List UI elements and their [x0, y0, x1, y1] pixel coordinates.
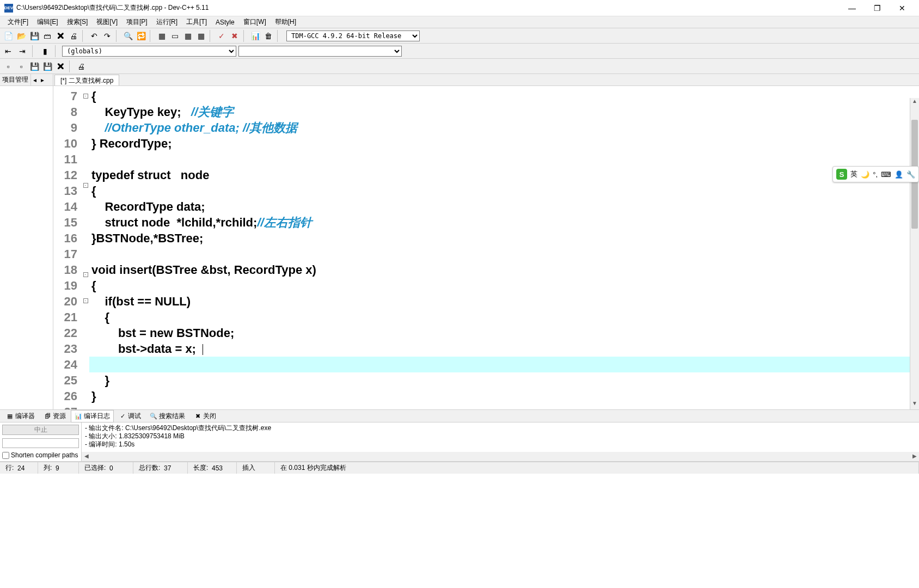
- save-all-icon[interactable]: 🗃: [41, 30, 53, 42]
- sidebar-prev-icon[interactable]: ◂: [31, 76, 39, 84]
- status-bar: 行: 24 列: 9 已选择: 0 总行数: 37 长度: 453 插入 在 0…: [0, 462, 919, 474]
- status-length: 长度: 453: [188, 462, 237, 474]
- shorten-paths-checkbox[interactable]: Shorten compiler paths: [2, 451, 79, 459]
- new-project-icon[interactable]: ▫: [15, 60, 27, 72]
- print-icon[interactable]: 🖨: [68, 30, 79, 42]
- output-filter-input[interactable]: [2, 438, 79, 448]
- window-title: C:\Users\96492\Desktop\查找代码\二叉查找树.cpp - …: [16, 3, 840, 13]
- function-select[interactable]: [238, 46, 402, 57]
- editor-area: [*] 二叉查找树.cpp 78910111213141516171819202…: [53, 74, 919, 409]
- toolbar-nav: ⇤ ⇥ ▮ (globals): [0, 44, 919, 59]
- menu-astyle[interactable]: AStyle: [211, 17, 239, 27]
- menu-view[interactable]: 视图[V]: [92, 16, 122, 28]
- maximize-button[interactable]: ❐: [865, 0, 890, 16]
- horizontal-scrollbar[interactable]: ◀ ▶: [82, 452, 919, 461]
- undo-icon[interactable]: ↶: [88, 30, 100, 42]
- replace-icon[interactable]: 🔁: [135, 30, 147, 42]
- project-sidebar: 项目管理 ◂ ▸: [0, 74, 53, 409]
- run-icon[interactable]: ▭: [169, 30, 181, 42]
- menu-bar: 文件[F] 编辑[E] 搜索[S] 视图[V] 项目[P] 运行[R] 工具[T…: [0, 16, 919, 28]
- find-icon[interactable]: 🔍: [122, 30, 134, 42]
- status-col: 列: 9: [38, 462, 79, 474]
- globals-select[interactable]: (globals): [62, 46, 236, 57]
- ime-lang[interactable]: 英: [850, 169, 857, 179]
- redo-icon[interactable]: ↷: [101, 30, 113, 42]
- menu-project[interactable]: 项目[P]: [122, 16, 152, 28]
- ime-logo-icon[interactable]: S: [836, 169, 847, 180]
- compile-log-output[interactable]: - 输出文件名: C:\Users\96492\Desktop\查找代码\二叉查…: [82, 422, 919, 461]
- delete-profile-icon[interactable]: 🗑: [262, 30, 274, 42]
- bottom-tab[interactable]: 🗐资源: [40, 410, 70, 422]
- ime-keyboard-icon[interactable]: ⌨: [881, 170, 891, 179]
- menu-window[interactable]: 窗口[W]: [239, 16, 271, 28]
- close-file-icon[interactable]: 🗙: [54, 30, 66, 42]
- debug-icon[interactable]: ✓: [216, 30, 228, 42]
- profile-icon[interactable]: 📊: [249, 30, 261, 42]
- bottom-tab[interactable]: ✓调试: [115, 410, 145, 422]
- menu-edit[interactable]: 编辑[E]: [33, 16, 63, 28]
- save-icon-2[interactable]: 💾: [28, 60, 40, 72]
- status-total-lines: 总行数: 37: [133, 462, 188, 474]
- scroll-up-icon[interactable]: ▲: [910, 98, 919, 107]
- file-tab[interactable]: [*] 二叉查找树.cpp: [54, 75, 119, 85]
- ime-settings-icon[interactable]: 🔧: [906, 170, 915, 179]
- compile-run-icon[interactable]: ▦: [182, 30, 194, 42]
- fold-gutter[interactable]: - - - -: [82, 86, 89, 409]
- file-tab-bar: [*] 二叉查找树.cpp: [53, 74, 919, 86]
- ime-user-icon[interactable]: 👤: [895, 170, 903, 179]
- new-icon[interactable]: ▫: [2, 60, 14, 72]
- ime-punct-icon[interactable]: °,: [873, 170, 878, 179]
- output-panel: 中止 Shorten compiler paths - 输出文件名: C:\Us…: [0, 422, 919, 462]
- bookmarks-icon[interactable]: ▮: [39, 45, 51, 57]
- scroll-right-icon[interactable]: ▶: [910, 452, 919, 461]
- goto-back-icon[interactable]: ⇤: [2, 45, 14, 57]
- code-editor[interactable]: 789101112131415161718192021222324252627 …: [53, 86, 919, 409]
- toolbar-extra: ▫ ▫ 💾 💾 🗙 🖨: [0, 59, 919, 74]
- ime-moon-icon[interactable]: 🌙: [861, 170, 869, 179]
- new-file-icon[interactable]: 📄: [2, 30, 14, 42]
- ime-toolbar[interactable]: S 英 🌙 °, ⌨ 👤 🔧: [832, 166, 919, 182]
- vertical-scrollbar[interactable]: ▲ ▼: [910, 98, 919, 409]
- menu-search[interactable]: 搜索[S]: [63, 16, 93, 28]
- toolbar-main: 📄 📂 💾 🗃 🗙 🖨 ↶ ↷ 🔍 🔁 ▦ ▭ ▦ ▦ ✓ ✖ 📊 🗑 TDM-…: [0, 28, 919, 44]
- compiler-select[interactable]: TDM-GCC 4.9.2 64-bit Release: [286, 30, 420, 41]
- stop-icon[interactable]: ✖: [229, 30, 241, 42]
- bottom-tab-bar: ▦编译器🗐资源📊编译日志✓调试🔍搜索结果✖关闭: [0, 409, 919, 422]
- rebuild-icon[interactable]: ▦: [195, 30, 207, 42]
- main-area: 项目管理 ◂ ▸ [*] 二叉查找树.cpp 78910111213141516…: [0, 74, 919, 409]
- open-file-icon[interactable]: 📂: [15, 30, 27, 42]
- bottom-tab[interactable]: 📊编译日志: [71, 410, 114, 422]
- code-content[interactable]: { KeyType key; //关键字 //OtherType other_d…: [89, 86, 919, 409]
- close-button[interactable]: ✕: [890, 0, 915, 16]
- abort-button[interactable]: 中止: [2, 425, 79, 435]
- menu-file[interactable]: 文件[F]: [3, 16, 33, 28]
- menu-tools[interactable]: 工具[T]: [182, 16, 211, 28]
- line-gutter: 789101112131415161718192021222324252627: [53, 86, 82, 409]
- bottom-tab[interactable]: ✖关闭: [190, 410, 220, 422]
- bottom-tab[interactable]: 🔍搜索结果: [146, 410, 189, 422]
- scroll-down-icon[interactable]: ▼: [910, 400, 919, 409]
- bottom-tab[interactable]: ▦编译器: [2, 410, 39, 422]
- minimize-button[interactable]: ―: [840, 0, 865, 16]
- app-icon: DEV: [4, 4, 13, 13]
- save-as-icon[interactable]: 💾: [41, 60, 53, 72]
- menu-help[interactable]: 帮助[H]: [271, 16, 301, 28]
- close-icon[interactable]: 🗙: [54, 60, 66, 72]
- sidebar-next-icon[interactable]: ▸: [39, 76, 46, 84]
- title-bar: DEV C:\Users\96492\Desktop\查找代码\二叉查找树.cp…: [0, 0, 919, 16]
- status-insert-mode: 插入: [237, 462, 275, 474]
- status-parse-time: 在 0.031 秒内完成解析: [275, 462, 919, 474]
- sidebar-tab-project[interactable]: 项目管理: [0, 74, 31, 85]
- menu-run[interactable]: 运行[R]: [152, 16, 182, 28]
- goto-fwd-icon[interactable]: ⇥: [16, 45, 28, 57]
- print-icon-2[interactable]: 🖨: [75, 60, 87, 72]
- status-selected: 已选择: 0: [79, 462, 133, 474]
- status-line: 行: 24: [0, 462, 38, 474]
- compile-icon[interactable]: ▦: [156, 30, 168, 42]
- scroll-left-icon[interactable]: ◀: [82, 452, 91, 461]
- save-icon[interactable]: 💾: [28, 30, 40, 42]
